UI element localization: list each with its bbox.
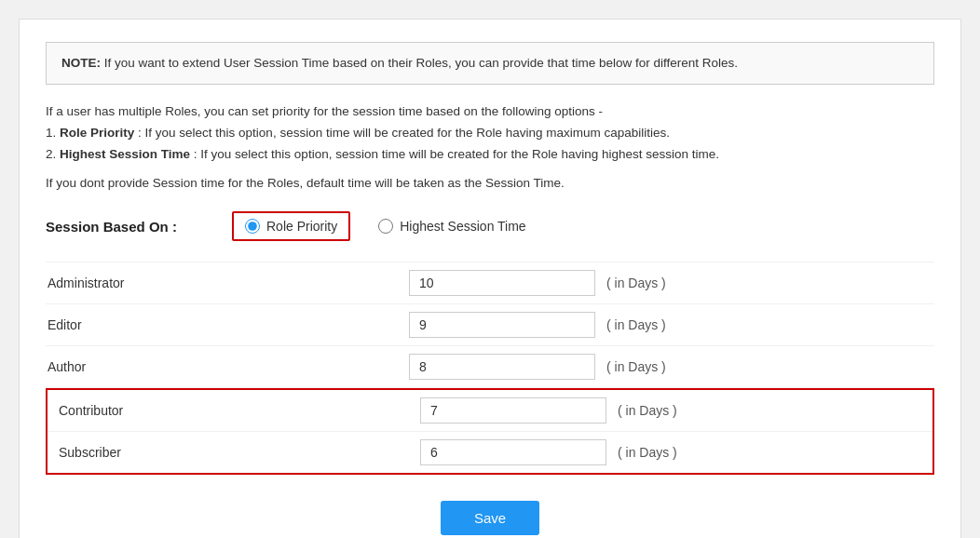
role-input-subscriber[interactable]	[420, 439, 606, 465]
radio-input-role-priority[interactable]	[245, 219, 260, 234]
info-line3: 2. Highest Session Time : If you select …	[46, 144, 934, 166]
roles-table: Administrator ( in Days ) Editor ( in Da…	[46, 262, 934, 475]
info-line2-bold: Role Priority	[60, 126, 134, 140]
table-row: Administrator ( in Days )	[46, 262, 934, 304]
save-row: Save	[46, 501, 934, 535]
session-based-row: Session Based On : Role Priority Highest…	[46, 211, 934, 241]
note-label: NOTE:	[61, 56, 101, 70]
role-unit-author: ( in Days )	[606, 359, 666, 374]
save-button[interactable]: Save	[441, 501, 539, 535]
info-line3-prefix: 2.	[46, 147, 60, 161]
role-input-author[interactable]	[409, 354, 595, 380]
radio-option-highest-session[interactable]: Highest Session Time	[378, 219, 525, 234]
radio-label-role-priority: Role Priority	[266, 219, 337, 234]
note-box: NOTE: If you want to extend User Session…	[46, 42, 934, 85]
role-name-subscriber: Subscriber	[57, 445, 420, 460]
role-unit-editor: ( in Days )	[606, 317, 666, 332]
info-text: If a user has multiple Roles, you can se…	[46, 101, 934, 195]
role-name-author: Author	[46, 359, 409, 374]
role-name-administrator: Administrator	[46, 276, 409, 290]
info-line1: If a user has multiple Roles, you can se…	[46, 101, 934, 123]
role-unit-administrator: ( in Days )	[606, 276, 666, 290]
role-name-contributor: Contributor	[57, 403, 420, 418]
info-line4: If you dont provide Session time for the…	[46, 173, 934, 195]
radio-group: Role Priority Highest Session Time	[232, 211, 526, 241]
info-line2-suffix: : If you select this option, session tim…	[134, 126, 670, 140]
session-based-label: Session Based On :	[46, 219, 232, 235]
page-container: NOTE: If you want to extend User Session…	[19, 19, 961, 538]
table-row: Contributor ( in Days )	[48, 390, 932, 431]
highlighted-roles-section: Contributor ( in Days ) Subscriber ( in …	[46, 388, 934, 475]
info-line2: 1. Role Priority : If you select this op…	[46, 123, 934, 144]
role-input-contributor[interactable]	[420, 397, 606, 424]
radio-input-highest-session[interactable]	[378, 219, 393, 234]
note-text: If you want to extend User Session Time …	[101, 56, 738, 70]
role-name-editor: Editor	[46, 317, 409, 332]
radio-option-role-priority[interactable]: Role Priority	[232, 211, 350, 241]
table-row: Editor ( in Days )	[46, 304, 934, 346]
role-unit-contributor: ( in Days )	[618, 403, 677, 418]
table-row: Author ( in Days )	[46, 346, 934, 388]
role-input-editor[interactable]	[409, 312, 595, 338]
info-line3-bold: Highest Session Time	[60, 147, 190, 161]
info-line2-prefix: 1.	[46, 126, 60, 140]
role-input-administrator[interactable]	[409, 270, 595, 296]
table-row: Subscriber ( in Days )	[48, 431, 932, 473]
role-unit-subscriber: ( in Days )	[618, 445, 677, 460]
info-line3-suffix: : If you select this option, session tim…	[190, 147, 719, 161]
radio-label-highest-session: Highest Session Time	[400, 219, 525, 234]
